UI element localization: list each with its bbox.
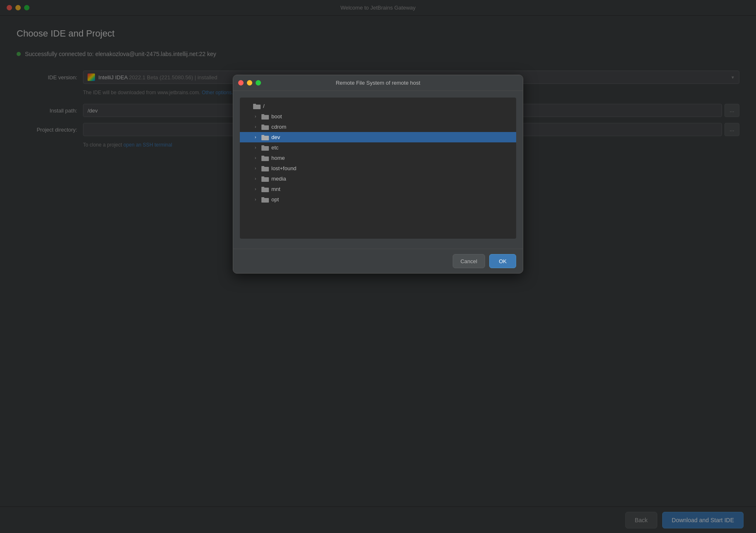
svg-rect-9 <box>261 145 264 147</box>
svg-rect-4 <box>261 125 269 130</box>
tree-item-label: opt <box>271 196 279 203</box>
folder-icon <box>261 166 269 171</box>
svg-rect-19 <box>261 197 264 198</box>
modal-overlay: Remote File System of remote host / <box>0 0 756 533</box>
tree-item-label-dev: dev <box>271 134 280 140</box>
tree-item-media[interactable]: › media <box>240 174 516 184</box>
svg-rect-17 <box>261 187 264 188</box>
svg-rect-15 <box>261 176 264 178</box>
svg-rect-10 <box>261 156 269 161</box>
tree-item-dev[interactable]: › dev <box>240 132 516 142</box>
svg-rect-2 <box>261 115 269 120</box>
tree-item-etc[interactable]: › etc <box>240 142 516 153</box>
svg-rect-8 <box>261 146 269 151</box>
modal-close-button[interactable] <box>238 80 244 86</box>
chevron-right-icon: › <box>255 197 260 202</box>
folder-icon <box>261 197 269 203</box>
tree-item-root[interactable]: / <box>240 101 516 111</box>
tree-item-label: media <box>271 176 286 182</box>
folder-icon <box>261 145 269 151</box>
chevron-right-icon: › <box>255 187 260 191</box>
file-system-modal: Remote File System of remote host / <box>233 75 523 274</box>
svg-rect-11 <box>261 156 264 157</box>
modal-body: / › boot › <box>233 91 523 249</box>
svg-rect-6 <box>261 136 269 140</box>
tree-item-label: mnt <box>271 186 280 192</box>
folder-icon <box>253 103 261 109</box>
chevron-right-icon: › <box>255 114 260 119</box>
tree-item-boot[interactable]: › boot <box>240 111 516 122</box>
chevron-right-icon: › <box>255 156 260 160</box>
svg-rect-0 <box>253 105 261 109</box>
tree-item-home[interactable]: › home <box>240 153 516 163</box>
svg-rect-5 <box>261 125 264 126</box>
tree-item-lost-found[interactable]: › lost+found <box>240 163 516 174</box>
modal-title-bar: Remote File System of remote host <box>233 75 523 91</box>
folder-icon <box>261 186 269 192</box>
cancel-button[interactable]: Cancel <box>453 254 485 268</box>
svg-rect-18 <box>261 198 269 203</box>
tree-item-label: home <box>271 155 285 161</box>
folder-icon <box>261 176 269 182</box>
chevron-right-icon: › <box>255 135 260 139</box>
modal-maximize-button[interactable] <box>256 80 261 86</box>
modal-footer: Cancel OK <box>233 249 523 273</box>
folder-icon <box>261 114 269 120</box>
chevron-right-icon: › <box>255 176 260 181</box>
svg-rect-12 <box>261 167 269 171</box>
modal-minimize-button[interactable] <box>247 80 252 86</box>
tree-item-label: boot <box>271 113 282 120</box>
folder-icon <box>261 124 269 130</box>
folder-icon <box>261 134 269 140</box>
modal-title: Remote File System of remote host <box>336 80 420 86</box>
tree-item-label: lost+found <box>271 165 296 171</box>
folder-icon <box>261 155 269 161</box>
svg-rect-1 <box>253 104 256 105</box>
chevron-right-icon: › <box>255 145 260 150</box>
tree-item-label: etc <box>271 144 278 151</box>
tree-item-mnt[interactable]: › mnt <box>240 184 516 194</box>
chevron-right-icon: › <box>255 125 260 129</box>
tree-item-label: cdrom <box>271 124 286 130</box>
ok-button[interactable]: OK <box>489 254 516 268</box>
svg-rect-7 <box>261 135 264 136</box>
svg-rect-3 <box>261 114 264 115</box>
tree-item-cdrom[interactable]: › cdrom <box>240 122 516 132</box>
svg-rect-13 <box>261 166 264 167</box>
tree-item-label-root: / <box>263 103 265 109</box>
chevron-right-icon: › <box>255 166 260 171</box>
svg-rect-16 <box>261 188 269 192</box>
modal-window-controls <box>238 80 261 86</box>
svg-rect-14 <box>261 177 269 182</box>
file-tree[interactable]: / › boot › <box>240 98 516 239</box>
tree-item-opt[interactable]: › opt <box>240 194 516 205</box>
